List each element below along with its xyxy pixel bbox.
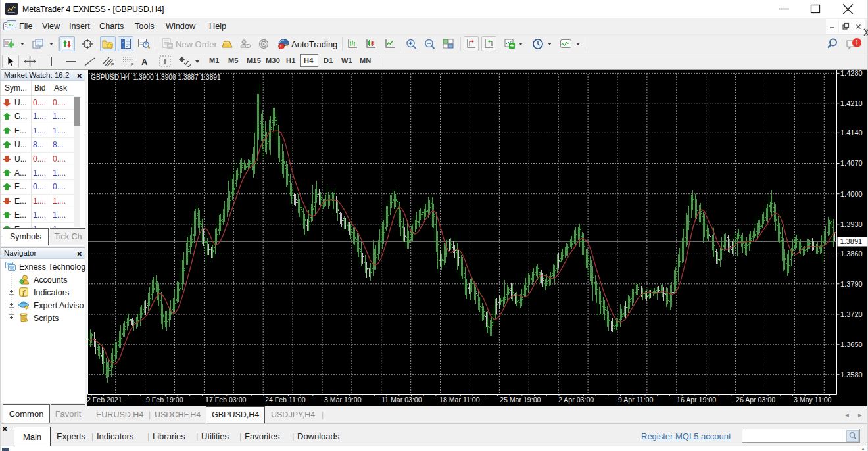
svg-text:VS: VS [10,268,14,271]
svg-text:1.4210: 1.4210 [840,99,863,107]
svg-text:1.3720: 1.3720 [840,310,863,318]
svg-text:1.3891: 1.3891 [840,237,863,245]
svg-text:1.3860: 1.3860 [840,250,863,258]
svg-text:18 Mar 11:00: 18 Mar 11:00 [439,396,480,404]
svg-text:26 Apr 03:00: 26 Apr 03:00 [736,396,775,404]
svg-text:25 Mar 19:00: 25 Mar 19:00 [500,396,541,404]
svg-text:11 Mar 03:00: 11 Mar 03:00 [381,396,422,404]
svg-text:17 Feb 03:00: 17 Feb 03:00 [205,396,247,404]
svg-text:1.4280: 1.4280 [840,70,863,77]
svg-text:9 Feb 19:00: 9 Feb 19:00 [146,396,183,404]
svg-text:3 May 11:00: 3 May 11:00 [794,396,832,404]
svg-text:1.4070: 1.4070 [840,159,863,167]
svg-text:9 Apr 11:00: 9 Apr 11:00 [618,396,654,404]
svg-text:24 Feb 11:00: 24 Feb 11:00 [265,396,306,404]
svg-text:GBPUSD,H4 1.3900 1.3900 1.388: GBPUSD,H4 1.3900 1.3900 1.3887 1.3891 [91,74,221,81]
svg-text:T: T [162,57,168,66]
svg-text:2 Feb 2021: 2 Feb 2021 [87,396,122,404]
svg-text:1: 1 [855,39,859,47]
svg-text:3 Mar 19:00: 3 Mar 19:00 [324,396,362,404]
svg-text:1.4140: 1.4140 [840,129,863,137]
svg-text:E: E [111,62,114,67]
svg-text:1.3930: 1.3930 [840,220,863,228]
svg-text:1.3580: 1.3580 [840,371,863,379]
svg-text:1.3790: 1.3790 [840,280,863,288]
svg-text:1.4000: 1.4000 [840,190,863,198]
svg-text:2 Apr 03:00: 2 Apr 03:00 [558,396,594,404]
svg-text:F: F [131,62,133,67]
svg-text:16 Apr 19:00: 16 Apr 19:00 [677,396,716,404]
svg-text:1.3650: 1.3650 [840,341,863,348]
